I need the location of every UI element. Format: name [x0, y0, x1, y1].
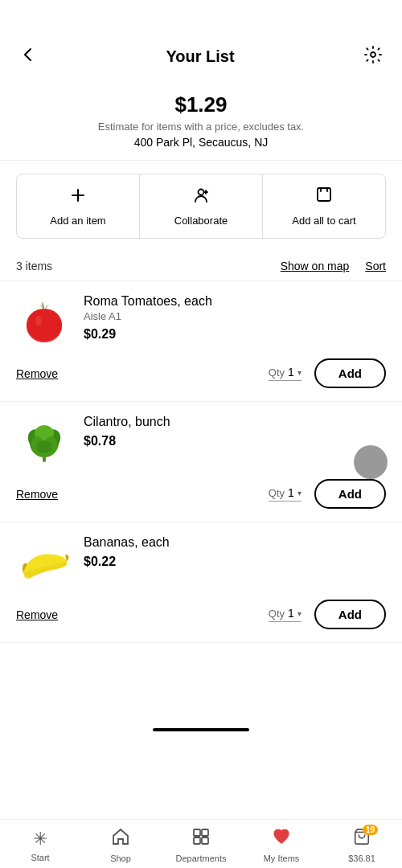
- cart-wrapper: 19: [352, 828, 371, 850]
- qty-label: Qty: [269, 487, 285, 499]
- nav-shop-label: Shop: [110, 854, 131, 863]
- remove-button[interactable]: Remove: [16, 488, 58, 501]
- collaborate-label: Collaborate: [174, 215, 228, 227]
- item-details: Roma Tomatoes, each Aisle A1 $0.29: [84, 294, 386, 342]
- cart-price: $36.81: [348, 854, 375, 863]
- show-on-map-button[interactable]: Show on map: [281, 260, 350, 272]
- svg-rect-15: [202, 829, 208, 836]
- add-button[interactable]: Add: [314, 600, 386, 629]
- spark-icon: ✳: [33, 829, 47, 850]
- plus-icon: [68, 186, 88, 210]
- nav-departments[interactable]: Departments: [161, 828, 241, 863]
- back-button[interactable]: [16, 43, 40, 71]
- content-area: 3 items Show on map Sort Roma Tomatoes, …: [0, 252, 402, 723]
- item-image: [16, 535, 72, 592]
- collaborate-icon: [191, 186, 211, 210]
- nav-my-items-label: My Items: [264, 854, 300, 863]
- item-actions: Remove Qty 1 ▾ Add: [16, 358, 386, 388]
- add-cart-label: Add all to cart: [292, 215, 356, 227]
- estimate-text: Estimate for items with a price, exclude…: [16, 121, 386, 133]
- qty-value: 1: [288, 607, 294, 620]
- items-header-actions: Show on map Sort: [281, 260, 386, 272]
- item-content: Cilantro, bunch $0.78: [16, 415, 386, 471]
- items-count: 3 items: [16, 260, 52, 272]
- item-image: [16, 415, 72, 471]
- bottom-nav: ✳ Start Shop Departments My Items: [0, 819, 402, 868]
- add-item-button[interactable]: Add an item: [17, 174, 139, 238]
- store-address: 400 Park Pl, Secaucus, NJ: [16, 136, 386, 149]
- qty-add: Qty 1 ▾ Add: [269, 479, 386, 509]
- chevron-down-icon: ▾: [297, 368, 302, 377]
- remove-button[interactable]: Remove: [16, 608, 58, 621]
- item-content: Bananas, each $0.22: [16, 535, 386, 592]
- items-header: 3 items Show on map Sort: [0, 252, 402, 281]
- remove-button[interactable]: Remove: [16, 367, 58, 380]
- svg-point-1: [199, 190, 204, 195]
- nav-shop[interactable]: Shop: [80, 828, 161, 863]
- svg-rect-14: [194, 829, 200, 836]
- qty-selector[interactable]: Qty 1 ▾: [269, 486, 302, 502]
- floating-circle: [354, 445, 388, 479]
- collaborate-button[interactable]: Collaborate: [139, 174, 262, 238]
- item-price: $0.22: [84, 555, 386, 569]
- item-details: Bananas, each $0.22: [84, 535, 386, 569]
- item-actions: Remove Qty 1 ▾ Add: [16, 479, 386, 509]
- item-image: [16, 294, 72, 350]
- item-name: Roma Tomatoes, each: [84, 294, 386, 309]
- action-bar: Add an item Collaborate Add all to cart: [16, 174, 386, 239]
- chevron-down-icon: ▾: [297, 489, 302, 497]
- nav-my-items[interactable]: My Items: [241, 828, 322, 863]
- qty-selector[interactable]: Qty 1 ▾: [269, 607, 302, 622]
- svg-rect-2: [318, 188, 330, 201]
- item-content: Roma Tomatoes, each Aisle A1 $0.29: [16, 294, 386, 350]
- nav-start-label: Start: [31, 853, 49, 862]
- header: Your List: [0, 0, 402, 84]
- item-name: Bananas, each: [84, 535, 386, 550]
- item-row: Bananas, each $0.22 Remove Qty 1 ▾ Add: [0, 522, 402, 643]
- home-indicator: [153, 728, 249, 731]
- svg-point-13: [36, 440, 52, 453]
- qty-add: Qty 1 ▾ Add: [269, 600, 386, 629]
- nav-start[interactable]: ✳ Start: [0, 829, 80, 862]
- add-all-to-cart-button[interactable]: Add all to cart: [262, 174, 385, 238]
- svg-point-0: [371, 52, 375, 57]
- svg-rect-16: [194, 837, 200, 844]
- qty-selector[interactable]: Qty 1 ▾: [269, 366, 302, 381]
- item-name: Cilantro, bunch: [84, 415, 386, 429]
- settings-button[interactable]: [360, 42, 386, 72]
- item-actions: Remove Qty 1 ▾ Add: [16, 600, 386, 629]
- heart-icon: [272, 828, 291, 850]
- svg-point-5: [35, 316, 42, 326]
- item-row: Roma Tomatoes, each Aisle A1 $0.29 Remov…: [0, 281, 402, 402]
- qty-add: Qty 1 ▾ Add: [269, 358, 386, 388]
- banana-svg: [16, 543, 72, 583]
- page-title: Your List: [166, 47, 234, 66]
- item-details: Cilantro, bunch $0.78: [84, 415, 386, 448]
- cart-badge: 19: [363, 825, 378, 835]
- add-button[interactable]: Add: [314, 479, 386, 509]
- sort-button[interactable]: Sort: [365, 260, 386, 272]
- item-price: $0.78: [84, 434, 386, 448]
- tomato-svg: [20, 298, 68, 346]
- nav-departments-label: Departments: [176, 854, 227, 863]
- svg-point-4: [27, 309, 62, 341]
- item-row: Cilantro, bunch $0.78 Remove Qty 1 ▾ Add: [0, 402, 402, 522]
- qty-label: Qty: [269, 608, 285, 620]
- total-price: $1.29: [16, 92, 386, 117]
- cart-icon: [314, 186, 334, 210]
- chevron-down-icon: ▾: [297, 609, 302, 618]
- add-item-label: Add an item: [50, 215, 105, 227]
- cilantro-svg: [20, 419, 68, 467]
- qty-value: 1: [288, 366, 294, 379]
- summary-section: $1.29 Estimate for items with a price, e…: [0, 84, 402, 161]
- qty-value: 1: [288, 486, 294, 499]
- add-button[interactable]: Add: [314, 358, 386, 388]
- svg-rect-17: [202, 837, 208, 844]
- qty-label: Qty: [269, 366, 285, 379]
- nav-cart[interactable]: 19 $36.81: [322, 828, 402, 863]
- item-aisle: Aisle A1: [84, 310, 386, 322]
- home-icon: [111, 828, 130, 850]
- grid-icon: [192, 828, 210, 850]
- item-price: $0.29: [84, 327, 386, 342]
